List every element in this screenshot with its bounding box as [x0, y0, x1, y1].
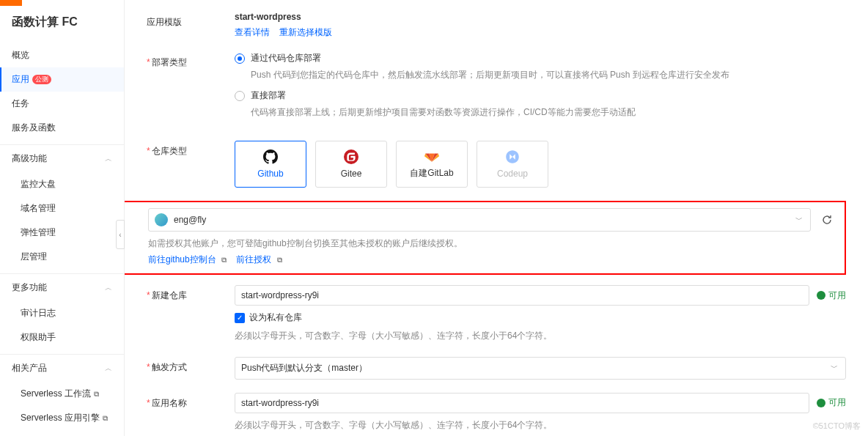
sidebar-item-perm[interactable]: 权限助手 — [0, 325, 124, 350]
chevron-up-icon: ︿ — [105, 154, 112, 164]
sidebar-item-label: 审计日志 — [21, 307, 56, 319]
sidebar-section-more[interactable]: 更多功能 ︿ — [0, 273, 124, 301]
sidebar-item-label: Serverless 应用引擎 — [21, 413, 100, 423]
repo-card-github[interactable]: Github — [235, 141, 306, 188]
sidebar-item-label: 弹性管理 — [21, 226, 56, 239]
gitee-icon — [344, 149, 358, 164]
sidebar-item-layer[interactable]: 层管理 — [0, 245, 124, 269]
chevron-down-icon: ﹀ — [795, 215, 803, 225]
repo-card-label: Gitee — [341, 169, 362, 179]
sidebar-item-elastic[interactable]: 弹性管理 — [0, 221, 124, 245]
sidebar-item-label: 域名管理 — [21, 202, 56, 215]
label-repo-user: *仓库用户/组织 — [125, 208, 148, 266]
sidebar-item-domain[interactable]: 域名管理 — [0, 196, 124, 221]
external-link-icon: ⧉ — [94, 390, 99, 398]
hint-new-repo: 必须以字母开头，可含数字、字母（大小写敏感）、连字符，长度小于64个字符。 — [235, 328, 846, 343]
link-reselect-template[interactable]: 重新选择模版 — [279, 27, 332, 37]
github-icon — [263, 149, 278, 164]
status-ok-badge: 可用 — [817, 396, 846, 409]
chevron-down-icon: ﹀ — [831, 363, 838, 373]
sidebar-item-audit[interactable]: 审计日志 — [0, 301, 124, 325]
avatar — [155, 213, 168, 226]
link-view-detail[interactable]: 查看详情 — [235, 27, 270, 37]
sidebar-item-label: 监控大盘 — [21, 178, 56, 191]
sidebar-item-app[interactable]: 应用 公测 — [0, 67, 124, 92]
select-trigger[interactable]: Push代码到默认分支（master） ﹀ — [235, 357, 846, 380]
sidebar-section-advanced[interactable]: 高级功能 ︿ — [0, 144, 124, 172]
sidebar-item-service[interactable]: 服务及函数 — [0, 116, 124, 140]
highlight-box: *仓库用户/组织 eng@fly ﹀ 如需授权其他账户，您可登陆github控 — [125, 201, 846, 275]
hint-deploy-repo: Push 代码到您指定的代码仓库中，然后触发流水线部署；后期更新项目时，可以直接… — [251, 67, 846, 82]
radio-icon — [235, 91, 245, 101]
sidebar-item-overview[interactable]: 概览 — [0, 43, 124, 67]
sidebar-item-label: Serverless 工作流 — [21, 388, 91, 399]
sidebar-item-sae[interactable]: Serverless 应用引擎⧉ — [0, 406, 124, 430]
select-repo-user[interactable]: eng@fly ﹀ — [148, 208, 811, 232]
chevron-up-icon: ︿ — [105, 363, 112, 374]
sidebar-section-label: 更多功能 — [12, 281, 47, 294]
hint-deploy-direct: 代码将直接部署上线；后期更新维护项目需要对函数等资源进行操作，CI/CD等能力需… — [251, 105, 846, 119]
sidebar-title: 函数计算 FC — [0, 15, 124, 43]
radio-label: 直接部署 — [251, 89, 286, 102]
sidebar-item-label: 层管理 — [21, 251, 47, 263]
sidebar-item-label: 权限助手 — [21, 331, 56, 344]
main-form: 应用模版 start-wordpress 查看详情 重新选择模版 *部署类型 通… — [125, 0, 868, 436]
input-app-name[interactable] — [235, 393, 809, 413]
external-link-icon: ⧉ — [277, 256, 282, 264]
sidebar-item-task[interactable]: 任务 — [0, 92, 124, 116]
radio-deploy-repo[interactable]: 通过代码仓库部署 — [235, 52, 846, 64]
link-github-console[interactable]: 前往github控制台 ⧉ — [148, 254, 227, 265]
status-ok-badge: 可用 — [817, 289, 846, 302]
sidebar-item-label: 应用 — [12, 73, 29, 86]
input-new-repo[interactable] — [235, 285, 809, 306]
sidebar-section-related[interactable]: 相关产品 ︿ — [0, 354, 124, 382]
radio-icon — [235, 53, 245, 64]
checkbox-label: 设为私有仓库 — [249, 311, 302, 324]
beta-badge: 公测 — [32, 75, 51, 84]
hint-app-name: 必须以字母开头，可含数字、字母（大小写敏感）、连字符，长度小于64个字符。 — [235, 418, 846, 432]
sidebar-item-workflow[interactable]: Serverless 工作流⧉ — [0, 382, 124, 406]
label-template: 应用模版 — [147, 12, 235, 29]
sidebar-item-eventbridge[interactable]: 事件总线 EventBridge⧉ — [0, 430, 124, 436]
sidebar-item-label: 服务及函数 — [12, 122, 56, 134]
label-trigger: *触发方式 — [147, 357, 235, 374]
sidebar-item-monitor[interactable]: 监控大盘 — [0, 172, 124, 196]
sidebar: 函数计算 FC 概览 应用 公测 任务 服务及函数 高级功能 ︿ 监控大盘 域名… — [0, 0, 125, 436]
external-link-icon: ⧉ — [103, 414, 108, 422]
watermark: ©51CTO博客 — [813, 421, 861, 432]
label-deploy-type: *部署类型 — [147, 52, 235, 69]
codeup-icon — [505, 149, 520, 164]
label-repo-type: *仓库类型 — [147, 141, 235, 158]
repo-card-gitee[interactable]: Gitee — [315, 141, 387, 188]
sidebar-item-label: 概览 — [12, 49, 29, 62]
label-new-repo: *新建仓库 — [147, 285, 235, 302]
link-goto-auth[interactable]: 前往授权 ⧉ — [236, 254, 282, 265]
refresh-button[interactable] — [817, 210, 837, 230]
radio-label: 通过代码仓库部署 — [251, 52, 321, 64]
template-value: start-wordpress — [235, 12, 846, 22]
sidebar-section-label: 高级功能 — [12, 152, 47, 165]
repo-card-codeup[interactable]: Codeup — [477, 141, 548, 188]
select-value: Push代码到默认分支（master） — [241, 362, 367, 374]
checkbox-private-repo[interactable]: ✓ 设为私有仓库 — [235, 311, 846, 324]
sidebar-section-label: 相关产品 — [12, 362, 47, 374]
select-value: eng@fly — [174, 215, 206, 225]
hint-repo-user: 如需授权其他账户，您可登陆github控制台切换至其他未授权的账户后继续授权。 — [148, 236, 837, 251]
repo-card-label: Codeup — [497, 169, 528, 179]
external-link-icon: ⧉ — [221, 256, 227, 264]
sidebar-collapse-toggle[interactable]: ‹ — [116, 220, 125, 249]
chevron-up-icon: ︿ — [105, 283, 112, 293]
sidebar-item-label: 任务 — [12, 97, 29, 110]
repo-card-label: Github — [257, 169, 283, 179]
gitlab-icon — [424, 148, 439, 163]
radio-deploy-direct[interactable]: 直接部署 — [235, 89, 846, 102]
repo-card-label: 自建GitLab — [410, 167, 453, 180]
repo-card-gitlab[interactable]: 自建GitLab — [396, 141, 468, 188]
label-app-name: *应用名称 — [147, 393, 235, 410]
checkbox-icon: ✓ — [235, 313, 245, 323]
